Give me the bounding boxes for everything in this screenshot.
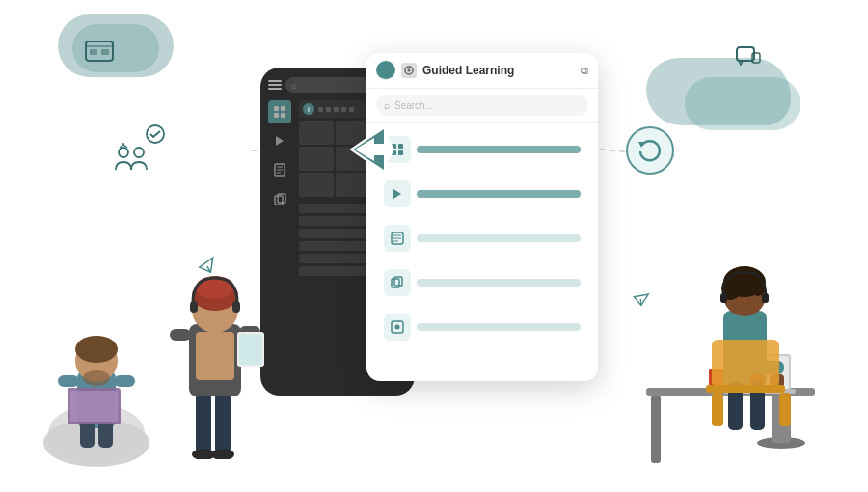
play-nav-icon[interactable] (268, 129, 291, 152)
guided-learning-panel: Guided Learning ⧉ ⌕ Search... (366, 53, 598, 381)
svg-point-71 (196, 276, 234, 299)
list-item-icon-3 (384, 225, 411, 252)
list-item-bar-1 (417, 146, 581, 153)
folder-icon-area (82, 34, 117, 72)
svg-rect-20 (281, 113, 285, 118)
panel-list-item-3[interactable] (376, 219, 588, 258)
panel-nav-arrow[interactable] (376, 61, 395, 80)
svg-rect-54 (114, 375, 135, 387)
panel-app-icon (401, 63, 417, 78)
panel-search-icon: ⌕ (384, 99, 391, 111)
panel-search-area: ⌕ Search... (366, 89, 598, 123)
svg-marker-21 (276, 136, 284, 146)
svg-rect-68 (239, 334, 262, 365)
panel-list-item-2[interactable] (376, 175, 588, 213)
svg-rect-17 (274, 106, 279, 111)
chat-bubble-icon (735, 43, 762, 74)
svg-point-33 (408, 69, 411, 72)
svg-point-10 (134, 148, 144, 157)
person-desk (627, 255, 820, 471)
cloud-right-2 (685, 77, 800, 130)
svg-rect-64 (196, 332, 234, 380)
list-item-bar-2 (417, 190, 581, 198)
info-circle: i (303, 103, 314, 115)
svg-rect-65 (170, 329, 191, 341)
dots-row (318, 107, 355, 112)
svg-rect-60 (215, 392, 231, 454)
svg-point-7 (627, 127, 673, 174)
svg-point-46 (395, 325, 400, 330)
person-standing (162, 218, 268, 463)
list-item-icon-4 (384, 269, 411, 296)
sync-icon (625, 125, 675, 179)
svg-rect-3 (101, 49, 109, 55)
svg-point-52 (83, 370, 110, 386)
svg-rect-96 (706, 385, 785, 393)
panel-copy-icon[interactable]: ⧉ (581, 65, 588, 77)
svg-rect-97 (712, 393, 723, 426)
svg-rect-18 (281, 106, 285, 111)
svg-point-9 (119, 148, 128, 157)
list-item-bar-4 (417, 279, 581, 287)
svg-rect-59 (196, 392, 211, 454)
list-item-icon-5 (384, 314, 411, 341)
svg-marker-5 (739, 61, 743, 65)
svg-rect-88 (720, 293, 727, 303)
list-item-bar-3 (417, 234, 581, 242)
panel-header: Guided Learning ⧉ (366, 53, 598, 89)
svg-point-62 (211, 449, 234, 459)
svg-point-51 (75, 336, 118, 363)
panel-title: Guided Learning (422, 64, 575, 77)
svg-rect-1 (86, 45, 113, 47)
panel-list-item-5[interactable] (376, 308, 588, 346)
svg-rect-89 (762, 293, 769, 303)
svg-rect-73 (232, 301, 240, 313)
svg-rect-98 (779, 393, 791, 426)
check-verified-icon (145, 123, 166, 149)
svg-rect-2 (90, 49, 97, 55)
svg-rect-19 (274, 113, 279, 118)
hamburger-icon (268, 80, 282, 90)
svg-rect-95 (712, 340, 779, 388)
list-item-icon-2 (384, 180, 411, 207)
svg-rect-72 (190, 301, 198, 313)
copy-nav-icon[interactable] (268, 187, 291, 210)
panel-header-icons: ⧉ (581, 65, 588, 77)
person-beanbag (34, 274, 159, 471)
svg-rect-53 (58, 375, 79, 387)
panel-list-item-4[interactable] (376, 263, 588, 302)
phone-side-nav (268, 100, 295, 276)
doc-nav-icon[interactable] (268, 158, 291, 181)
navigation-arrow (343, 121, 401, 178)
svg-rect-58 (70, 391, 118, 422)
list-item-bar-5 (417, 323, 581, 331)
panel-search-placeholder[interactable]: Search... (394, 100, 433, 111)
panel-search-row: ⌕ Search... (376, 95, 588, 116)
main-scene: i (0, 0, 868, 492)
svg-rect-75 (651, 396, 661, 463)
panel-list-item-1[interactable] (376, 130, 588, 169)
panel-list (366, 123, 598, 354)
svg-marker-38 (393, 189, 401, 199)
grid-nav-icon[interactable] (268, 100, 291, 123)
